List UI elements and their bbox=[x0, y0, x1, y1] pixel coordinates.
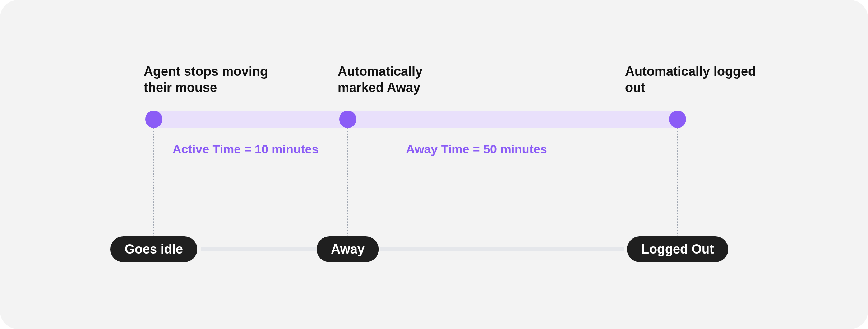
state-track-1 bbox=[201, 247, 318, 251]
event-label-1: Agent stops moving their mouse bbox=[144, 63, 309, 96]
connector-3 bbox=[677, 128, 678, 237]
event-marker-2 bbox=[339, 111, 356, 128]
event-label-2: Automatically marked Away bbox=[338, 63, 481, 96]
state-pill-label: Goes idle bbox=[125, 242, 183, 257]
state-pill-away: Away bbox=[317, 236, 379, 262]
segment-label-1: Active Time = 10 minutes bbox=[172, 142, 319, 156]
diagram-card: Agent stops moving their mouse Automatic… bbox=[0, 0, 868, 329]
segment-label-2: Away Time = 50 minutes bbox=[406, 142, 547, 156]
state-pill-logged-out: Logged Out bbox=[627, 236, 728, 262]
state-pill-goes-idle: Goes idle bbox=[110, 236, 197, 262]
connector-1 bbox=[153, 128, 154, 237]
timeline-track bbox=[150, 111, 682, 128]
connector-2 bbox=[347, 128, 348, 237]
state-pill-label: Logged Out bbox=[641, 242, 714, 257]
state-pill-label: Away bbox=[331, 242, 364, 257]
event-marker-3 bbox=[669, 111, 686, 128]
state-track-2 bbox=[380, 247, 624, 251]
event-marker-1 bbox=[145, 111, 162, 128]
event-label-3: Automatically logged out bbox=[625, 63, 769, 96]
